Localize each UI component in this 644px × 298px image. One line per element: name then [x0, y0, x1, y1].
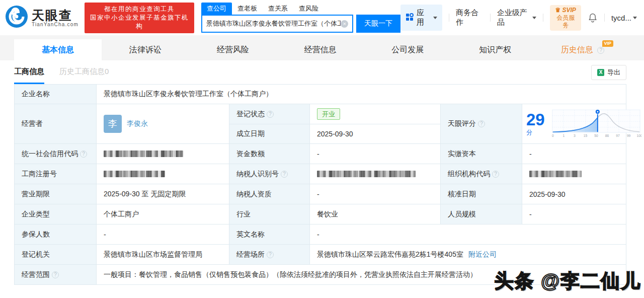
company-type-value: 个体工商户: [96, 204, 229, 224]
english-name-value: -: [309, 225, 626, 244]
divider: [604, 14, 605, 22]
user-account-menu[interactable]: tycd...: [611, 14, 637, 22]
tianyancha-logo[interactable]: 天眼查 TianYanCha.com: [5, 5, 78, 30]
search-tab-boss[interactable]: 查老板: [232, 3, 263, 15]
enterprise-products-label: 企业级产品: [497, 8, 531, 27]
paid-capital-value: -: [522, 144, 626, 164]
capital-label: 资金数额: [229, 144, 309, 164]
credit-code-value: [96, 144, 229, 164]
svg-text:3: 3: [574, 133, 576, 137]
subtab-history-business-info[interactable]: 历史工商信息0: [59, 60, 109, 84]
brand-slogan-badge: 都在用的商业查询工具 国家中小企业发展子基金旗下机构: [85, 3, 194, 33]
operator-label: 经营者: [15, 104, 96, 143]
nearby-companies-link[interactable]: 附近公司: [468, 250, 497, 259]
score-cell: 29分: [522, 104, 644, 143]
tab-history-info[interactable]: VIP 历史信息: [539, 39, 626, 60]
section-tab-strip: 基本信息 法律诉讼 经营风险 经营信息 公司发展 知识产权 VIP 历史信息: [0, 35, 644, 60]
establish-date-value: 2025-09-30: [309, 124, 440, 143]
business-scope-label: 经营范围: [15, 265, 96, 284]
org-code-value: [522, 164, 626, 184]
credit-code-label: 统一社会信用代码: [15, 144, 96, 164]
table-row: 经营者 李 李俊永 登记状态 开业 天眼评分 29分: [15, 104, 626, 143]
clear-search-icon[interactable]: [341, 20, 348, 28]
org-code-label: 组织机构代码: [440, 164, 522, 184]
insured-count-label: 参保人数: [15, 225, 96, 244]
taxpayer-id-label-text: 纳税人识别号: [236, 170, 279, 179]
help-icon[interactable]: [267, 251, 274, 258]
business-cooperation-link[interactable]: 商务合作: [456, 8, 484, 27]
svg-text:0: 0: [552, 133, 554, 137]
company-name-label: 企业名称: [15, 85, 96, 104]
table-row: 工商注册号 纳税人识别号 组织机构代码: [15, 164, 626, 184]
search-tab-risk[interactable]: 查风险: [293, 3, 324, 15]
apps-grid-icon: [406, 13, 414, 23]
table-row: 参保人数 - 英文名称 -: [15, 224, 626, 244]
tab-operation-info[interactable]: 经营信息: [277, 39, 364, 60]
svg-text:1: 1: [562, 133, 565, 137]
masked-value: [317, 171, 416, 177]
reg-status-value: 开业: [309, 104, 440, 124]
taxpayer-id-label: 纳税人识别号: [229, 164, 309, 184]
table-row: 经营范围 一般项目：餐饮管理，食品销售（仅销售预包装食品）（除依法须经批准的项目…: [15, 264, 626, 284]
search-box: [201, 15, 353, 33]
logo-text: 天眼查: [32, 9, 78, 22]
help-icon[interactable]: [52, 271, 59, 278]
tianyancha-eye-icon: [5, 5, 28, 30]
staff-size-label: 人员规模: [440, 204, 522, 224]
help-icon[interactable]: [281, 171, 288, 178]
username: tycd...: [611, 14, 631, 22]
status-badge: 开业: [317, 108, 340, 120]
search-area: 查公司 查老板 查关系 查风险 天眼一下: [201, 3, 400, 33]
svg-text:100: 100: [636, 133, 641, 137]
business-term-value: 2025-09-30 至 无固定期限: [96, 184, 229, 204]
business-scope-label-text: 经营范围: [22, 270, 50, 279]
tab-company-development[interactable]: 公司发展: [364, 39, 451, 60]
export-label: 导出: [607, 68, 620, 77]
help-icon[interactable]: [478, 120, 485, 127]
score-distribution-chart: 0 1 3 15 50 86 97 99 100: [550, 108, 641, 140]
score-label-text: 天眼评分: [448, 119, 476, 128]
business-scope-value: 一般项目：餐饮管理，食品销售（仅销售预包装食品）（除依法须经批准的项目外，凭营业…: [96, 265, 626, 284]
tab-intellectual-property[interactable]: 知识产权: [451, 39, 539, 60]
divider: [490, 14, 491, 22]
reg-authority-value: 景德镇市珠山区市场监督管理局: [96, 245, 229, 264]
avatar[interactable]: 李: [104, 115, 122, 133]
operator-name-link[interactable]: 李俊永: [127, 119, 148, 128]
search-button[interactable]: 天眼一下: [356, 15, 400, 33]
chevron-down-icon: [532, 17, 536, 19]
vip-badge: VIP: [602, 40, 614, 47]
search-tab-relation[interactable]: 查关系: [263, 3, 293, 15]
table-row: 企业类型 个体工商户 行业 餐饮业 人员规模 -: [15, 204, 626, 224]
svg-text:15: 15: [583, 133, 587, 137]
business-term-label: 营业期限: [15, 184, 96, 204]
help-icon[interactable]: [492, 171, 499, 178]
tab-operation-risk[interactable]: 经营风险: [189, 39, 277, 60]
help-icon[interactable]: [80, 151, 87, 158]
tab-legal-proceedings[interactable]: 法律诉讼: [102, 39, 189, 60]
establish-date-label: 成立日期: [229, 124, 309, 143]
industry-value: 餐饮业: [309, 204, 440, 224]
export-button[interactable]: 导出: [591, 65, 626, 80]
help-icon[interactable]: [597, 47, 604, 54]
chevron-down-icon: [633, 17, 637, 19]
notification-bell-icon[interactable]: [588, 13, 598, 23]
masked-value: [104, 171, 165, 177]
subtab-row: 工商信息 历史工商信息0 导出: [0, 60, 644, 84]
help-icon[interactable]: [267, 111, 274, 118]
reg-status-label-text: 登记状态: [236, 110, 265, 119]
score-value: 29: [526, 110, 545, 129]
svip-membership-button[interactable]: SVIP 会员服务: [550, 5, 581, 31]
reg-status-label: 登记状态: [229, 104, 309, 124]
industry-label: 行业: [229, 204, 309, 224]
search-input[interactable]: [206, 20, 341, 28]
org-code-label-text: 组织机构代码: [448, 170, 490, 179]
enterprise-products-link[interactable]: 企业级产品: [497, 8, 537, 27]
search-tabs: 查公司 查老板 查关系 查风险: [201, 3, 400, 15]
apps-menu-button[interactable]: 应用: [400, 5, 442, 31]
excel-icon: [597, 69, 604, 76]
subtab-business-info[interactable]: 工商信息: [14, 60, 44, 84]
search-tab-company[interactable]: 查公司: [201, 3, 232, 15]
english-name-label: 英文名称: [229, 225, 309, 244]
operator-cell: 李 李俊永: [96, 104, 229, 143]
tab-basic-info[interactable]: 基本信息: [14, 39, 102, 60]
